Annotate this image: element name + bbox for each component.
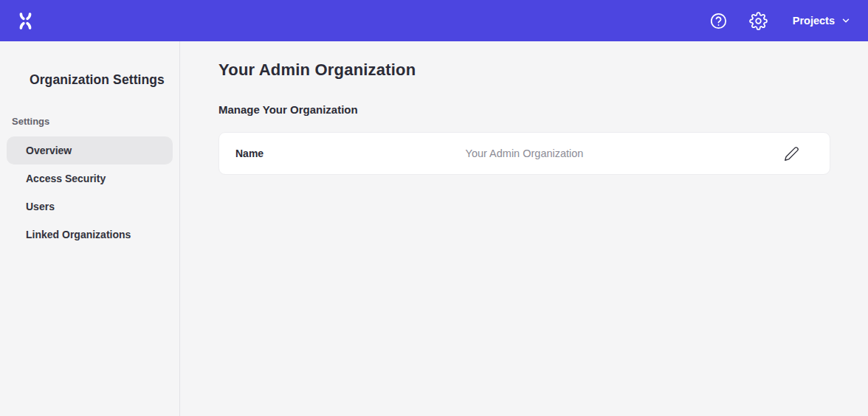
chevron-down-icon [841,16,850,25]
sidebar-nav: Overview Access Security Users Linked Or… [0,136,179,249]
topbar-right: Projects [709,10,850,31]
sidebar-item-overview[interactable]: Overview [7,136,173,164]
page-layout: Organization Settings Settings Overview … [0,41,868,416]
x-logo-icon [16,11,35,31]
gear-icon [749,12,768,30]
sidebar-section-label: Settings [12,116,179,127]
projects-dropdown[interactable]: Projects [793,15,850,27]
name-field-value: Your Admin Organization [219,148,830,159]
help-circle-icon [709,12,728,30]
sidebar-title: Organization Settings [30,72,179,88]
topbar-left [13,9,37,32]
topbar: Projects [0,0,868,41]
settings-button[interactable] [748,10,769,31]
sidebar-item-label: Access Security [26,173,106,184]
x-logo[interactable] [13,9,37,32]
edit-name-button[interactable] [781,143,802,164]
sidebar-item-label: Overview [26,145,72,156]
sidebar-item-access-security[interactable]: Access Security [7,164,173,193]
main-content: Your Admin Organization Manage Your Orga… [180,41,868,416]
sidebar-item-label: Users [26,201,55,212]
sidebar: Organization Settings Settings Overview … [0,41,180,416]
section-title: Manage Your Organization [218,103,830,116]
pencil-icon [784,146,799,162]
help-button[interactable] [709,10,729,31]
sidebar-item-label: Linked Organizations [26,229,131,240]
name-field-label: Name [235,148,264,159]
name-field-card: Name Your Admin Organization [218,132,830,175]
projects-label: Projects [793,15,835,27]
sidebar-item-linked-organizations[interactable]: Linked Organizations [7,221,173,249]
sidebar-item-users[interactable]: Users [7,193,173,221]
page-title: Your Admin Organization [218,60,830,80]
